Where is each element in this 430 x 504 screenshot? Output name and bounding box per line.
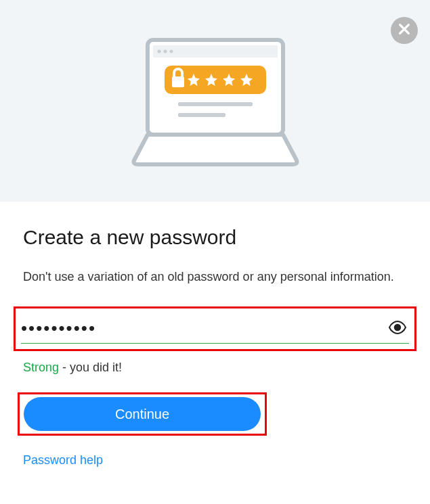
- laptop-password-illustration: [114, 33, 317, 168]
- svg-point-6: [169, 50, 173, 53]
- close-icon: [397, 22, 412, 39]
- close-button[interactable]: [391, 17, 418, 44]
- password-input[interactable]: [21, 317, 386, 340]
- strength-suffix: - you did it!: [59, 361, 122, 374]
- eye-icon: [388, 321, 407, 337]
- svg-point-11: [395, 324, 400, 329]
- strength-label: Strong: [23, 361, 59, 374]
- page-title: Create a new password: [23, 226, 407, 249]
- svg-rect-8: [172, 76, 184, 87]
- password-strength-text: Strong - you did it!: [23, 361, 407, 375]
- toggle-visibility-button[interactable]: [386, 319, 409, 338]
- continue-button-highlight: Continue: [18, 392, 267, 436]
- svg-rect-10: [178, 113, 225, 117]
- svg-point-5: [163, 50, 167, 53]
- continue-button[interactable]: Continue: [24, 397, 261, 431]
- password-field-row: [21, 313, 409, 344]
- form-content: Create a new password Don't use a variat…: [0, 202, 430, 467]
- hero-banner: [0, 0, 430, 202]
- page-subtitle: Don't use a variation of an old password…: [23, 268, 407, 286]
- password-field-highlight: [14, 306, 416, 351]
- password-help-link[interactable]: Password help: [23, 453, 103, 467]
- svg-point-4: [157, 50, 160, 53]
- svg-rect-9: [178, 102, 253, 106]
